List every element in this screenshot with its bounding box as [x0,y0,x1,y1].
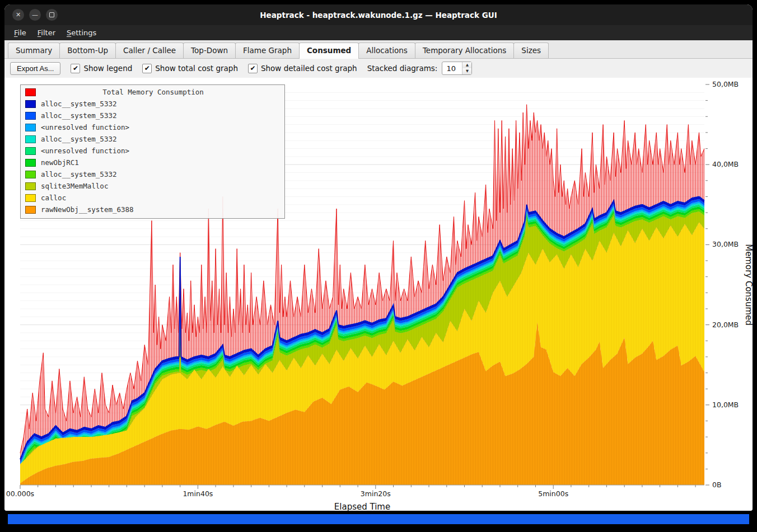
legend-title-swatch [25,88,36,96]
tab-flame-graph[interactable]: Flame Graph [235,43,300,58]
close-button[interactable]: ✕ [12,9,24,21]
legend-label: alloc__system_5332 [41,100,116,108]
legend-label: <unresolved function> [41,123,129,131]
spin-down-button[interactable]: ▼ [462,68,471,74]
tab-summary[interactable]: Summary [8,43,60,58]
menu-item-filter[interactable]: Filter [32,27,60,39]
legend-swatch [25,112,36,120]
legend-title: Total Memory Consumption [41,88,265,96]
svg-text:Elapsed Time: Elapsed Time [334,502,390,511]
legend-item: alloc__system_5332 [21,168,284,180]
legend-swatch [25,206,36,214]
window-controls: ✕ — [12,9,58,21]
legend-item: sqlite3MemMalloc [21,180,284,192]
legend-label: <unresolved function> [41,147,129,155]
legend-item: alloc__system_5332 [21,133,284,145]
legend-swatch [25,124,36,131]
spin-up-button[interactable]: ▲ [462,62,471,68]
tab-bottom-up[interactable]: Bottom-Up [59,43,116,58]
legend-swatch [25,100,36,108]
tab-consumed[interactable]: Consumed [299,43,359,59]
stacked-diagrams-spinbox[interactable]: 10 ▲ ▼ [442,62,472,75]
chart-panel: 00.000s1min40s3min20s5min00s0B10,0MB20,0… [4,78,753,511]
close-icon: ✕ [16,11,21,18]
spin-down-icon: ▼ [466,69,469,73]
legend-swatch [25,194,36,202]
toolbar-checkboxes: ✔Show legend✔Show total cost graph✔Show … [71,64,357,73]
spinbox-buttons: ▲ ▼ [462,62,471,74]
spin-up-icon: ▲ [466,63,469,67]
tab-bar: SummaryBottom-UpCaller / CalleeTop-DownF… [4,40,753,59]
legend-item: calloc [21,192,284,204]
checkbox-label: Show total cost graph [155,64,238,73]
checkbox-show-total-cost-graph[interactable]: ✔Show total cost graph [142,64,238,73]
tab-allocations[interactable]: Allocations [358,43,415,58]
menu-item-settings[interactable]: Settings [62,27,101,39]
legend-item: <unresolved function> [21,145,284,157]
toolbar: Export As... ✔Show legend✔Show total cos… [4,59,753,78]
maximize-button[interactable] [46,9,58,21]
export-as-button[interactable]: Export As... [10,62,60,75]
checkbox-box[interactable]: ✔ [142,64,152,73]
legend-label: calloc [41,194,66,202]
svg-text:40,0MB: 40,0MB [712,160,739,168]
legend-swatch [25,135,36,143]
legend-swatch [25,182,36,190]
spinbox-value[interactable]: 10 [442,62,462,74]
minimize-icon: — [32,11,38,18]
maximize-icon [49,12,54,17]
stacked-diagrams-label: Stacked diagrams: [367,64,438,73]
svg-text:0B: 0B [712,481,722,489]
chart-legend: Total Memory Consumptionalloc__system_53… [20,84,285,219]
menu-bar: FileFilterSettings [4,25,753,40]
legend-item: rawNewObj__system_6388 [21,204,284,215]
legend-swatch [25,147,36,155]
checkbox-label: Show legend [83,64,132,73]
legend-item: newObjRC1 [21,157,284,168]
checkbox-box[interactable]: ✔ [248,64,258,73]
stacked-diagrams-group: Stacked diagrams: 10 ▲ ▼ [367,62,473,75]
app-window: ✕ — Heaptrack - heaptrack.wakunode.1.gz … [4,4,753,511]
window-title: Heaptrack - heaptrack.wakunode.1.gz — He… [4,11,753,20]
svg-text:Memory Consumed: Memory Consumed [744,244,753,326]
tab-caller-callee[interactable]: Caller / Callee [115,43,184,58]
svg-text:1min40s: 1min40s [183,489,213,498]
legend-item: <unresolved function> [21,121,284,133]
svg-text:10,0MB: 10,0MB [712,401,739,409]
legend-title-row: Total Memory Consumption [21,86,284,98]
legend-label: sqlite3MemMalloc [41,182,108,190]
legend-swatch [25,171,36,178]
bottom-accent-bar [8,514,749,524]
tab-top-down[interactable]: Top-Down [183,43,236,58]
tab-temporary-allocations[interactable]: Temporary Allocations [415,43,514,58]
svg-text:3min20s: 3min20s [361,489,391,498]
svg-text:20,0MB: 20,0MB [712,321,739,329]
svg-text:5min00s: 5min00s [538,489,568,498]
minimize-button[interactable]: — [29,9,41,21]
legend-label: newObjRC1 [41,158,79,167]
title-bar[interactable]: ✕ — Heaptrack - heaptrack.wakunode.1.gz … [4,4,753,25]
checkbox-box[interactable]: ✔ [71,64,80,73]
svg-text:50,0MB: 50,0MB [712,80,739,88]
svg-text:30,0MB: 30,0MB [712,240,739,248]
tab-sizes[interactable]: Sizes [513,43,549,58]
checkbox-label: Show detailed cost graph [261,64,357,73]
legend-label: alloc__system_5332 [41,135,116,143]
legend-item: alloc__system_5332 [21,98,284,110]
legend-label: alloc__system_5332 [41,111,116,120]
legend-swatch [25,159,36,167]
menu-item-file[interactable]: File [9,27,31,39]
svg-text:00.000s: 00.000s [6,489,34,498]
legend-label: rawNewObj__system_6388 [41,205,134,214]
legend-item: alloc__system_5332 [21,110,284,121]
checkbox-show-legend[interactable]: ✔Show legend [71,64,132,73]
checkbox-show-detailed-cost-graph[interactable]: ✔Show detailed cost graph [248,64,357,73]
legend-label: alloc__system_5332 [41,170,116,178]
